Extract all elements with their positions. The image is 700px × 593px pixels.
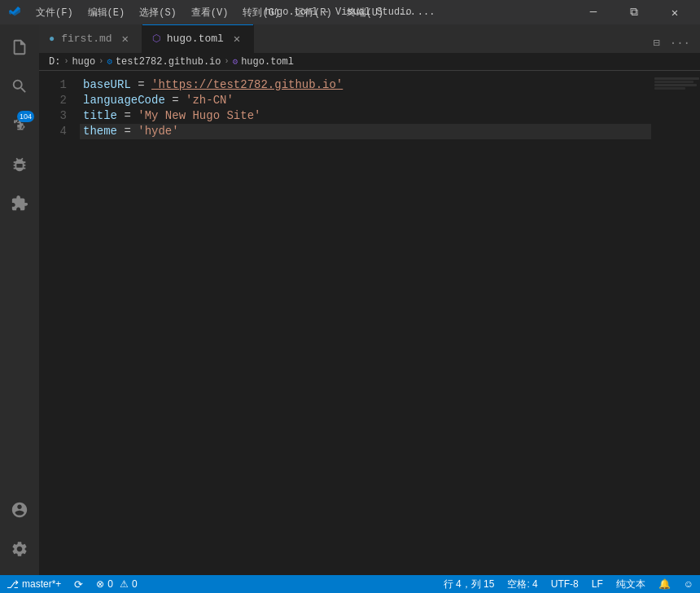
warning-count: 0: [132, 578, 138, 590]
line-number-1: 1: [39, 77, 67, 93]
menu-select[interactable]: 选择(S): [133, 4, 183, 21]
close-button[interactable]: ✕: [656, 0, 693, 24]
breadcrumb-repo-icon: ⚙: [107, 56, 112, 67]
status-feedback[interactable]: ☺: [677, 575, 700, 593]
activity-run-debug[interactable]: [0, 145, 39, 184]
token-key-4: theme: [83, 124, 117, 139]
toml-file-icon: ⬡: [152, 33, 160, 45]
minimize-button[interactable]: ─: [575, 0, 612, 24]
activity-source-control[interactable]: 104: [0, 106, 39, 145]
spaces-label: 空格: 4: [507, 578, 537, 591]
line-number-3: 3: [39, 108, 67, 124]
minimap-content: [651, 71, 700, 97]
tab-bar-actions: ⊟ ···: [650, 33, 700, 53]
status-branch[interactable]: ⎇ master*+: [0, 575, 68, 593]
status-bar-left: ⎇ master*+ ⟳ ⊗ 0 ⚠ 0: [0, 575, 144, 593]
status-bar-right: 行 4，列 15 空格: 4 UTF-8 LF 纯文本 🔔 ☺: [437, 575, 700, 593]
status-language[interactable]: 纯文本: [610, 575, 652, 593]
status-eol[interactable]: LF: [585, 575, 610, 593]
feedback-icon: ☺: [684, 578, 693, 590]
code-content[interactable]: baseURL = 'https://test2782.github.io' l…: [80, 71, 651, 575]
error-count: 0: [107, 578, 113, 590]
status-sync[interactable]: ⟳: [68, 575, 90, 593]
md-file-icon: ●: [49, 33, 55, 45]
tab-hugo-toml-close[interactable]: ✕: [230, 33, 243, 46]
sync-icon: ⟳: [74, 578, 83, 591]
eol-label: LF: [592, 578, 603, 590]
menu-view[interactable]: 查看(V): [185, 4, 235, 21]
vscode-logo: [7, 4, 23, 20]
restore-button[interactable]: ⧉: [615, 0, 653, 24]
tab-first-md-label: first.md: [61, 33, 112, 45]
notifications-icon: 🔔: [658, 578, 671, 590]
window-controls: ─ ⧉ ✕: [575, 0, 693, 24]
tab-hugo-toml-label: hugo.toml: [167, 33, 224, 45]
tab-first-md[interactable]: ● first.md ✕: [39, 24, 142, 53]
line-number-4: 4: [39, 124, 67, 139]
breadcrumb-repo[interactable]: ⚙ test2782.github.io: [107, 56, 221, 68]
status-errors[interactable]: ⊗ 0 ⚠ 0: [90, 575, 143, 593]
code-line-4: theme = 'hyde': [80, 124, 651, 139]
token-value-1: 'https://test2782.github.io': [151, 77, 343, 93]
split-editor-button[interactable]: ⊟: [650, 33, 663, 53]
breadcrumb: D: › hugo › ⚙ test2782.github.io › ⚙ hug…: [39, 53, 700, 71]
main-container: 104: [0, 24, 700, 575]
token-eq-4: =: [117, 124, 138, 139]
code-line-3: title = 'My New Hugo Site': [80, 108, 651, 124]
menu-edit[interactable]: 编辑(E): [81, 4, 132, 21]
more-actions-button[interactable]: ···: [667, 33, 693, 53]
encoding-label: UTF-8: [551, 578, 579, 590]
breadcrumb-sep-2: ›: [98, 57, 103, 66]
token-eq-3: =: [117, 108, 138, 124]
status-bar: ⎇ master*+ ⟳ ⊗ 0 ⚠ 0 行 4，列 15 空格: 4 UTF-…: [0, 575, 700, 593]
minimap-line-4: [654, 87, 685, 90]
breadcrumb-drive[interactable]: D:: [49, 56, 60, 68]
code-line-1: baseURL = 'https://test2782.github.io': [80, 77, 651, 93]
breadcrumb-file-icon: ⚙: [233, 56, 238, 67]
minimap-line-3: [654, 84, 697, 86]
breadcrumb-drive-label: D:: [49, 56, 60, 68]
code-editor[interactable]: 1 2 3 4 baseURL = 'https://test2782.gith…: [39, 71, 700, 575]
language-label: 纯文本: [616, 578, 645, 591]
token-eq-1: =: [131, 77, 151, 93]
status-spaces[interactable]: 空格: 4: [501, 575, 544, 593]
line-numbers: 1 2 3 4: [39, 71, 80, 575]
git-branch-icon: ⎇: [7, 578, 19, 591]
token-key-2: languageCode: [83, 93, 165, 108]
minimap-line-2: [654, 81, 693, 83]
source-control-badge: 104: [17, 111, 34, 122]
activity-extensions[interactable]: [0, 184, 39, 223]
status-notifications[interactable]: 🔔: [652, 575, 677, 593]
token-eq-2: =: [165, 93, 186, 108]
menu-file[interactable]: 文件(F): [29, 4, 80, 21]
activity-account[interactable]: [0, 490, 39, 529]
activity-settings[interactable]: [0, 529, 39, 569]
token-value-2: 'zh-CN': [186, 93, 234, 108]
minimap: [651, 71, 700, 575]
activity-search[interactable]: [0, 67, 39, 106]
activity-explorer[interactable]: [0, 28, 39, 67]
breadcrumb-file[interactable]: ⚙ hugo.toml: [233, 56, 294, 68]
breadcrumb-file-label: hugo.toml: [241, 56, 294, 68]
breadcrumb-repo-label: test2782.github.io: [116, 56, 221, 68]
activity-bar-bottom: [0, 490, 39, 575]
breadcrumb-sep-1: ›: [63, 57, 68, 66]
minimap-line-1: [654, 77, 699, 80]
cursor-position: 行 4，列 15: [444, 578, 495, 591]
activity-bar: 104: [0, 24, 39, 575]
warning-icon: ⚠: [120, 578, 129, 590]
token-key-1: baseURL: [83, 77, 131, 93]
tab-bar: ● first.md ✕ ⬡ hugo.toml ✕ ⊟ ···: [39, 24, 700, 53]
token-value-3: 'My New Hugo Site': [138, 108, 260, 124]
tab-first-md-close[interactable]: ✕: [119, 33, 132, 46]
breadcrumb-hugo[interactable]: hugo: [72, 56, 95, 68]
window-title: hugo.toml - Visual Studio ...: [265, 7, 435, 18]
token-key-3: title: [83, 108, 117, 124]
status-position[interactable]: 行 4，列 15: [437, 575, 501, 593]
breadcrumb-hugo-label: hugo: [72, 56, 95, 68]
branch-name: master*+: [22, 578, 61, 590]
code-line-2: languageCode = 'zh-CN': [80, 93, 651, 108]
tab-hugo-toml[interactable]: ⬡ hugo.toml ✕: [142, 24, 254, 53]
title-bar: 文件(F) 编辑(E) 选择(S) 查看(V) 转到(G) 运行(R) 终端(U…: [0, 0, 700, 24]
status-encoding[interactable]: UTF-8: [545, 575, 585, 593]
